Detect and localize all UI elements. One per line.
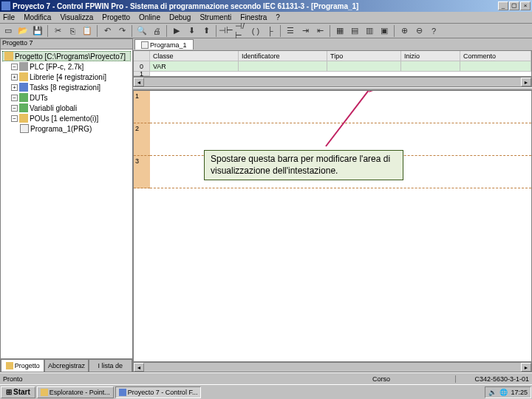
cell[interactable] [239, 61, 327, 72]
variable-grid[interactable]: Classe Identificatore Tipo Inizio Commen… [133, 50, 532, 77]
tab-lista[interactable]: I lista de [89, 359, 132, 372]
menu-edit[interactable]: Modifica [24, 13, 51, 21]
contact-no-button[interactable]: ⊣⊢ [219, 24, 233, 38]
zoom-out-button[interactable]: ⊖ [412, 24, 426, 38]
undo-button[interactable]: ↶ [100, 24, 114, 38]
menu-project[interactable]: Progetto [102, 13, 130, 21]
zoom-in-button[interactable]: ⊕ [398, 24, 411, 38]
help-button[interactable]: ? [427, 24, 440, 38]
cut-icon: ✂ [55, 26, 61, 35]
print-button[interactable]: 🖨 [150, 24, 163, 38]
expand-icon[interactable]: + [11, 84, 18, 91]
task-explorer[interactable]: Esploratore - Point... [37, 386, 114, 398]
menu-online[interactable]: Online [139, 13, 160, 21]
expand-icon[interactable]: − [11, 105, 18, 112]
contact-nc-icon: ⊣/⊢ [235, 21, 247, 41]
cell-var[interactable]: VAR [150, 61, 239, 72]
scroll-right-button[interactable]: ► [521, 363, 531, 372]
menu-help[interactable]: ? [276, 13, 280, 21]
coil-button[interactable]: ( ) [249, 24, 262, 38]
col-ident[interactable]: Identificatore [239, 51, 327, 61]
tasks-icon [19, 83, 28, 92]
menu-file[interactable]: File [3, 13, 15, 21]
tree-item-globals[interactable]: − Variabli globali [2, 103, 131, 113]
network-3[interactable]: 3 [134, 156, 150, 188]
tree-label: DUTs [30, 94, 47, 102]
editor-hscroll[interactable]: ◄ ► [133, 362, 532, 372]
view-button[interactable]: ▣ [378, 24, 391, 38]
expand-icon[interactable]: − [11, 115, 18, 122]
paste-button[interactable]: 📋 [81, 24, 94, 38]
network-button[interactable]: ▦ [333, 24, 347, 38]
start-button[interactable]: ⊞ Start [1, 386, 35, 398]
download-button[interactable]: ⬇ [185, 24, 198, 38]
tray-icon[interactable]: 🌐 [499, 389, 508, 396]
compile-icon: ▶ [174, 26, 180, 35]
cut-button[interactable]: ✂ [51, 24, 64, 38]
cell[interactable] [327, 61, 401, 72]
tab-project[interactable]: Progetto [1, 359, 44, 372]
tray-icon[interactable]: 🔊 [488, 389, 497, 396]
tab-programa[interactable]: Programa_1 [134, 39, 194, 50]
paste-icon: 📋 [82, 26, 92, 35]
col-tipo[interactable]: Tipo [327, 51, 401, 61]
menu-window[interactable]: Finestra [240, 13, 267, 21]
expand-icon[interactable]: − [11, 64, 18, 70]
task-fpwin[interactable]: Proyecto 7 - Control F... [115, 386, 202, 398]
upload-button[interactable]: ⬆ [200, 24, 213, 38]
contact-nc-button[interactable]: ⊣/⊢ [234, 24, 248, 38]
row-num[interactable]: 1 [134, 72, 150, 76]
list-button[interactable]: ☰ [284, 24, 297, 38]
svg-marker-1 [369, 90, 378, 92]
copy-button[interactable]: ⎘ [66, 24, 79, 38]
ladder-editor[interactable]: 1 2 3 Spostare questa barra per modifica… [133, 90, 532, 362]
expand-icon[interactable]: + [11, 74, 18, 81]
scroll-right-button[interactable]: ► [521, 78, 531, 86]
table-button[interactable]: ▥ [363, 24, 376, 38]
tree-item-plc[interactable]: − PLC [FP-c, 2.7k] [2, 61, 131, 72]
branch-button[interactable]: ├ [264, 24, 277, 38]
tree-item-duts[interactable]: − DUTs [2, 92, 131, 103]
grid-button[interactable]: ▤ [348, 24, 361, 38]
app-icon [119, 389, 126, 396]
tree-root[interactable]: Progetto [C:\Programs\Proyecto7] [2, 51, 131, 61]
scroll-left-button[interactable]: ◄ [134, 363, 144, 372]
save-button[interactable]: 💾 [31, 24, 44, 38]
menubar: File Modifica Visualizza Progetto Online… [0, 12, 532, 24]
col-classe[interactable]: Classe [150, 51, 239, 61]
separator [216, 25, 216, 37]
redo-button[interactable]: ↷ [115, 24, 129, 38]
menu-view[interactable]: Visualizza [60, 13, 93, 21]
tab-registraz[interactable]: Abcregistraz [44, 359, 88, 372]
outdent-button[interactable]: ⇤ [313, 24, 327, 38]
plc-icon [19, 62, 28, 71]
indent-button[interactable]: ⇥ [299, 24, 312, 38]
tree-item-libs[interactable]: + Librerie [4 registrazioni] [2, 72, 131, 82]
find-button[interactable]: 🔍 [135, 24, 149, 38]
compile-button[interactable]: ▶ [170, 24, 183, 38]
close-button[interactable]: × [520, 1, 531, 10]
menu-tools[interactable]: Strumenti [200, 13, 231, 21]
menu-debug[interactable]: Debug [169, 13, 191, 21]
view-icon: ▣ [381, 26, 388, 35]
new-button[interactable]: ▭ [1, 24, 15, 38]
cell[interactable] [460, 61, 531, 72]
table-icon: ▥ [366, 26, 373, 35]
grid-hscroll[interactable]: ◄ ► [133, 77, 532, 87]
tree-item-tasks[interactable]: + Tasks [8 registrazioni] [2, 82, 131, 92]
scroll-left-button[interactable]: ◄ [134, 78, 144, 86]
network-2[interactable]: 2 [134, 123, 150, 156]
open-button[interactable]: 📂 [16, 24, 30, 38]
tree-item-pous[interactable]: − POUs [1 elemento(i)] [2, 113, 131, 123]
project-tree[interactable]: Progetto [C:\Programs\Proyecto7] − PLC [… [1, 50, 132, 358]
col-inizio[interactable]: Inizio [401, 51, 460, 61]
expand-icon[interactable]: − [11, 95, 18, 101]
minimize-button[interactable]: _ [498, 1, 508, 10]
network-1[interactable]: 1 [134, 91, 150, 123]
maximize-button[interactable]: ▢ [509, 1, 519, 10]
cell[interactable] [401, 61, 460, 72]
tree-item-program[interactable]: Programa_1(PRG) [2, 123, 131, 134]
col-commento[interactable]: Commento [460, 51, 531, 61]
system-tray[interactable]: 🔊 🌐 17:25 [485, 386, 531, 398]
tree-label: POUs [1 elemento(i)] [30, 115, 98, 123]
